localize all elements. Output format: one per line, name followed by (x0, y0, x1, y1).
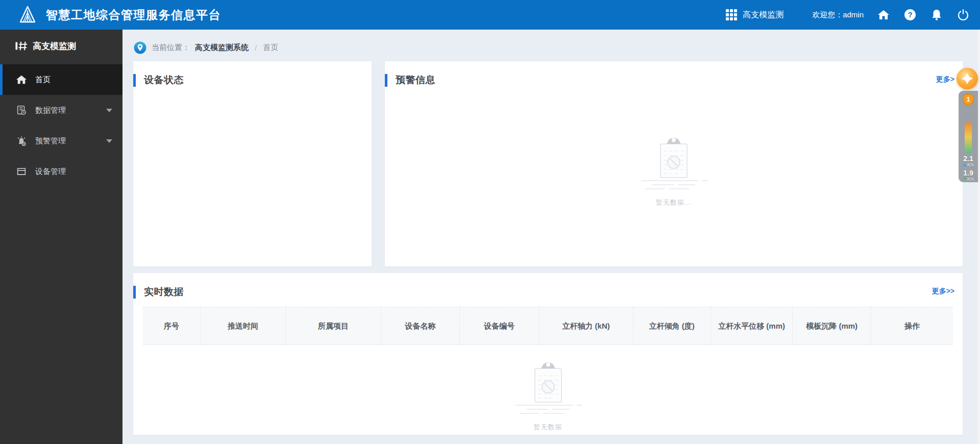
realtime-empty-state: 暂无数据 (133, 360, 963, 432)
device-status-panel-header: 设备状态 (133, 61, 372, 87)
location-pin-icon (134, 41, 146, 54)
no-data-clipboard-icon (512, 360, 584, 420)
data-management-icon (15, 104, 28, 116)
brand: 智慧工地综合管理服务信息平台 (17, 5, 221, 25)
bell-icon[interactable] (930, 8, 943, 21)
svg-text:?: ? (908, 10, 912, 19)
sidebar: 高支模监测 首页 数据管理 (0, 30, 122, 444)
column-header: 设备名称 (381, 307, 460, 345)
empty-text: 暂无数据... (656, 198, 692, 207)
warning-info-panel: 预警信息 更多> (385, 61, 963, 266)
header-actions: 高支模监测 欢迎您：admin ? (725, 8, 970, 21)
no-data-clipboard-icon (638, 136, 709, 195)
device-status-panel: 设备状态 (133, 61, 372, 266)
breadcrumb-current: 首页 (263, 43, 278, 53)
welcome-text: 欢迎您：admin (812, 10, 864, 20)
sidebar-item-label: 预警管理 (35, 136, 66, 146)
username: admin (843, 10, 864, 19)
column-header: 立杆水平位移 (mm) (710, 307, 792, 345)
power-icon[interactable] (957, 8, 970, 21)
upload-speed-unit: K/s (967, 162, 974, 168)
realtime-table-header-row: 序号推送时间所属项目设备名称设备编号立杆轴力 (kN)立杆倾角 (度)立杆水平位… (143, 307, 953, 345)
warning-empty-state: 暂无数据... (385, 136, 963, 207)
home-icon (15, 73, 28, 86)
app-switcher[interactable]: 高支模监测 (725, 8, 783, 21)
download-speed-unit: K/s (967, 176, 974, 182)
sidebar-item-device-management[interactable]: 设备管理 (0, 156, 122, 187)
column-header: 设备编号 (460, 307, 540, 345)
column-header: 模板沉降 (mm) (793, 307, 871, 345)
panel-title: 预警信息 (396, 75, 435, 85)
chevron-down-icon (106, 139, 112, 143)
sidebar-item-label: 数据管理 (35, 106, 66, 115)
platform-logo-icon (17, 5, 38, 25)
realtime-more-link[interactable]: 更多>> (932, 287, 954, 296)
help-icon[interactable]: ? (903, 8, 917, 21)
speed-gauge-bar (965, 122, 972, 154)
realtime-data-panel: 实时数据 更多>> 序号推送时间所属项目设备名称设备编号立杆轴力 (kN)立杆倾… (133, 273, 963, 435)
sidebar-brand-label: 高支模监测 (33, 40, 76, 52)
shield-badge-icon: 1 (963, 93, 974, 108)
main-content: 当前位置： 高支模监测系统 / 首页 设备状态 预警信息 更多> (122, 30, 980, 444)
chevron-down-icon (106, 109, 112, 112)
breadcrumb: 当前位置： 高支模监测系统 / 首页 (134, 40, 980, 55)
download-arrow-icon (963, 178, 967, 181)
warning-more-link[interactable]: 更多> (936, 75, 954, 84)
sidebar-item-label: 设备管理 (35, 167, 66, 177)
realtime-data-panel-header: 实时数据 更多>> (133, 273, 963, 299)
sidebar-item-data-management[interactable]: 数据管理 (0, 95, 122, 126)
platform-title: 智慧工地综合管理服务信息平台 (46, 7, 221, 23)
column-header: 所属项目 (285, 307, 381, 345)
upload-speed-value: 2.1 (963, 156, 974, 162)
sidebar-item-alarm-management[interactable]: 预警管理 (0, 126, 122, 156)
column-header: 立杆轴力 (kN) (539, 307, 633, 345)
top-header-bar: 智慧工地综合管理服务信息平台 高支模监测 欢迎您：admin (0, 0, 980, 30)
realtime-data-table: 序号推送时间所属项目设备名称设备编号立杆轴力 (kN)立杆倾角 (度)立杆水平位… (143, 307, 953, 345)
column-header: 立杆倾角 (度) (633, 307, 710, 345)
apps-grid-icon (725, 8, 738, 21)
welcome-label: 欢迎您： (812, 10, 843, 19)
column-header: 推送时间 (201, 307, 286, 345)
app-switcher-label: 高支模监测 (743, 10, 783, 20)
panel-title: 实时数据 (144, 286, 184, 297)
sidebar-item-label: 首页 (35, 75, 51, 85)
home-icon[interactable] (877, 8, 890, 21)
upload-speed: 2.1 K/s (963, 156, 974, 168)
security-ball-icon[interactable] (957, 68, 978, 89)
column-header: 序号 (143, 307, 201, 345)
sidebar-brand: 高支模监测 (0, 30, 122, 62)
breadcrumb-separator: / (255, 43, 257, 52)
sidebar-nav: 首页 数据管理 (0, 64, 122, 187)
sidebar-item-home[interactable]: 首页 (0, 64, 122, 95)
download-speed: 1.9 K/s (963, 170, 974, 182)
alarm-management-icon (15, 135, 28, 147)
sidebar-brand-icon (15, 40, 28, 52)
breadcrumb-prefix: 当前位置： (152, 43, 190, 53)
breadcrumb-root[interactable]: 高支模监测系统 (195, 43, 249, 53)
download-speed-value: 1.9 (963, 170, 974, 176)
device-management-icon (15, 165, 28, 178)
top-panels-row: 设备状态 预警信息 更多> (133, 61, 963, 266)
warning-info-panel-header: 预警信息 更多> (385, 61, 963, 87)
panel-title: 设备状态 (144, 75, 184, 85)
upload-arrow-icon (963, 163, 967, 166)
column-header: 操作 (871, 307, 953, 345)
shield-badge-count: 1 (967, 96, 970, 103)
net-speed-widget[interactable]: 1 2.1 K/s 1.9 K/s (959, 91, 978, 182)
empty-text: 暂无数据 (534, 423, 562, 432)
